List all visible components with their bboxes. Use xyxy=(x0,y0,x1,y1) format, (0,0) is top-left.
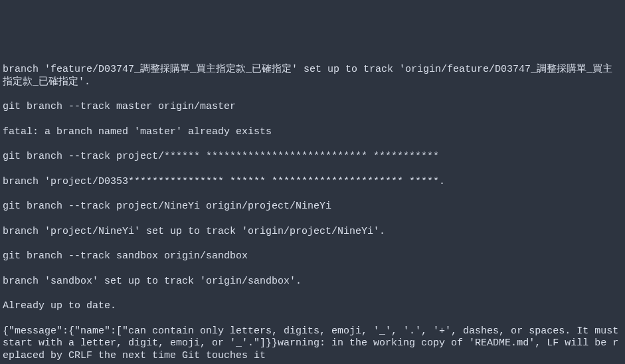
terminal-line: git branch --track project/****** ******… xyxy=(3,151,622,163)
terminal-line: Already up to date. xyxy=(3,300,622,313)
terminal-line: {"message":{"name":["can contain only le… xyxy=(3,325,622,363)
terminal-line: git branch --track master origin/master xyxy=(3,101,622,114)
terminal-output: branch 'feature/D03747_調整採購單_買主指定款_已確指定'… xyxy=(3,51,622,364)
terminal-line: fatal: a branch named 'master' already e… xyxy=(3,126,622,139)
terminal-line: git branch --track project/NineYi origin… xyxy=(3,201,622,213)
terminal-line: branch 'sandbox' set up to track 'origin… xyxy=(3,276,622,288)
terminal-line: git branch --track sandbox origin/sandbo… xyxy=(3,250,622,263)
terminal-line: branch 'project/NineYi' set up to track … xyxy=(3,226,622,238)
terminal-line: branch 'project/D0353**************** **… xyxy=(3,176,622,189)
terminal-line: branch 'feature/D03747_調整採購單_買主指定款_已確指定'… xyxy=(3,64,622,89)
